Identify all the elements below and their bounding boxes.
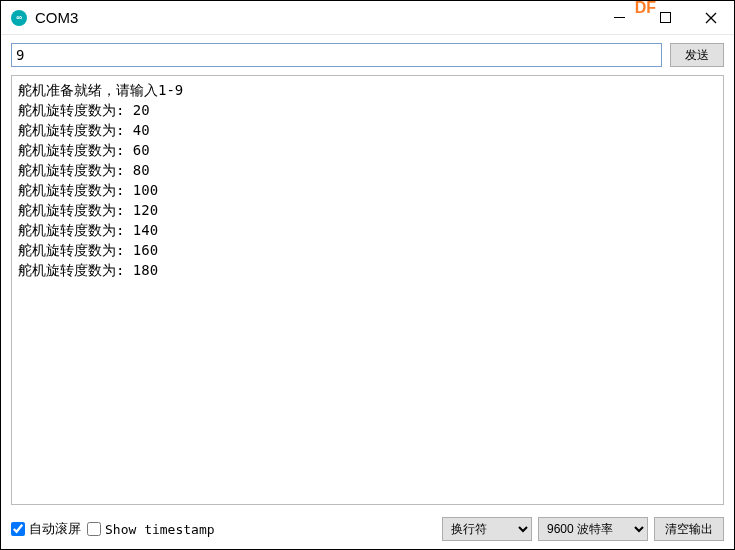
- line-ending-select[interactable]: 换行符: [442, 517, 532, 541]
- app-icon: ∞: [11, 10, 27, 26]
- timestamp-label: Show timestamp: [105, 522, 215, 537]
- baud-rate-select[interactable]: 9600 波特率: [538, 517, 648, 541]
- window-title: COM3: [35, 9, 78, 26]
- titlebar: ∞ COM3 DF: [1, 1, 734, 35]
- timestamp-input[interactable]: [87, 522, 101, 536]
- autoscroll-input[interactable]: [11, 522, 25, 536]
- timestamp-checkbox[interactable]: Show timestamp: [87, 522, 215, 537]
- clear-output-button[interactable]: 清空输出: [654, 517, 724, 541]
- bottom-bar: 自动滚屏 Show timestamp 换行符 9600 波特率 清空输出: [1, 511, 734, 549]
- svg-rect-1: [660, 13, 670, 23]
- autoscroll-label: 自动滚屏: [29, 520, 81, 538]
- serial-input[interactable]: [11, 43, 662, 67]
- serial-output: 舵机准备就绪，请输入1-9 舵机旋转度数为: 20 舵机旋转度数为: 40 舵机…: [11, 75, 724, 505]
- send-button[interactable]: 发送: [670, 43, 724, 67]
- close-button[interactable]: [688, 1, 734, 34]
- watermark-df: DF: [635, 0, 656, 17]
- autoscroll-checkbox[interactable]: 自动滚屏: [11, 520, 81, 538]
- window-controls: [596, 1, 734, 34]
- input-row: 发送: [1, 35, 734, 75]
